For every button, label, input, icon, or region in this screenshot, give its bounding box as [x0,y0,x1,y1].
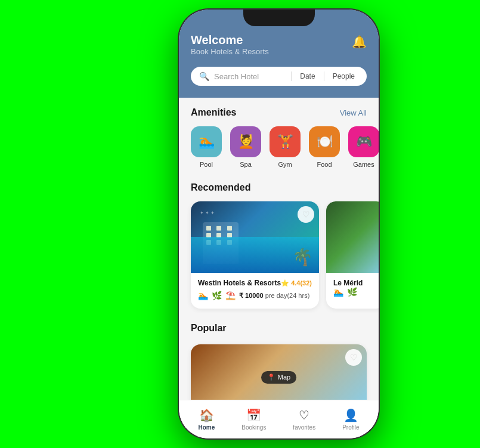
westin-pool-icon: 🏊 [198,291,208,300]
profile-icon: 👤 [343,408,358,422]
nav-profile[interactable]: 👤 Profile [342,408,359,431]
spa-label: Spa [240,161,252,168]
amenities-row: 🏊 Pool 💆 Spa 🏋️ Gym [191,126,367,168]
search-hotel-input[interactable]: Search Hotel [214,72,286,81]
main-content: Amenities View All 🏊 Pool 💆 Spa [179,98,379,438]
header-subtitle: Book Hotels & Resorts [191,47,269,56]
amenities-view-all[interactable]: View All [340,108,367,117]
hotel-image-westin: ✦ ✦ ✦ 🌴 ♡ [191,201,319,273]
pool-label: Pool [200,161,213,168]
games-icon: 🎮 [356,134,372,150]
amenities-section: Amenities View All 🏊 Pool 💆 Spa [179,98,379,173]
westin-rating: ⭐ 4.4(32) [281,279,312,287]
hotel-card-meriden[interactable]: Le Mérid 🏊 🌿 [326,201,379,309]
games-icon-bg: 🎮 [348,126,379,157]
pool-icon-bg: 🏊 [191,126,222,157]
spa-icon-bg: 💆 [230,126,261,157]
pool-icon: 🏊 [199,134,215,150]
recommended-section-header: Recomended [179,173,379,193]
amenity-games[interactable]: 🎮 Games [348,126,379,168]
meriden-spa-icon: 🌿 [347,287,357,297]
gym-label: Gym [278,161,292,168]
welcome-title: Welcome [191,33,269,47]
search-divider [291,71,292,81]
games-label: Games [353,161,374,168]
westin-price: ₹ 10000 pre day(24 hrs) [239,292,309,300]
phone-frame: Welcome Book Hotels & Resorts 🔔 🔍 Search… [179,10,379,438]
phone-screen: Welcome Book Hotels & Resorts 🔔 🔍 Search… [179,10,379,438]
nav-home[interactable]: 🏠 Home [198,408,215,431]
meriden-name: Le Mérid [333,279,379,287]
westin-beach-icon: ⛱️ [225,291,236,300]
search-icon: 🔍 [199,71,209,81]
westin-name-row: Westin Hotels & Resorts ⭐ 4.4(32) [198,279,312,287]
popular-section-header: Popular [179,313,379,344]
nav-favorites[interactable]: ♡ favorites [293,408,315,431]
popular-header: Popular [191,323,367,334]
meriden-pool-icon: 🏊 [333,287,343,297]
amenity-spa[interactable]: 💆 Spa [230,126,261,168]
search-divider2 [324,71,324,81]
food-label: Food [317,161,332,168]
gym-icon: 🏋️ [277,134,293,150]
map-badge[interactable]: 📍 Map [261,371,296,384]
search-bar[interactable]: 🔍 Search Hotel Date People [191,67,367,86]
westin-heart-button[interactable]: ♡ [298,206,314,223]
star-icon: ⭐ [281,279,289,287]
westin-spa-icon: 🌿 [212,291,222,300]
westin-rating-value: 4.4(32) [291,279,312,287]
amenity-pool[interactable]: 🏊 Pool [191,126,222,168]
food-icon-bg: 🍽️ [309,126,340,157]
hotel-bg-2 [326,201,379,273]
map-label: Map [278,374,290,381]
amenity-food[interactable]: 🍽️ Food [309,126,340,168]
meriden-amenities: 🏊 🌿 [333,287,379,297]
bookings-icon: 📅 [246,408,261,422]
spa-icon: 💆 [238,134,254,150]
map-pin-icon: 📍 [267,374,275,381]
westin-name: Westin Hotels & Resorts [198,279,281,287]
recommended-title: Recomended [191,182,250,193]
westin-amenities: 🏊 🌿 ⛱️ ₹ 10000 pre day(24 hrs) [198,291,312,300]
recommended-scroll: ✦ ✦ ✦ 🌴 ♡ [179,201,379,313]
search-date[interactable]: Date [296,72,318,80]
gym-icon-bg: 🏋️ [270,126,301,157]
popular-heart-button[interactable]: ♡ [345,349,362,366]
amenities-header: Amenities View All [191,107,367,118]
stars-decor: ✦ ✦ ✦ [200,210,215,216]
home-label: Home [198,424,215,431]
palm-icon: 🌴 [292,247,313,267]
nav-bookings[interactable]: 📅 Bookings [241,408,266,431]
profile-label: Profile [342,424,359,431]
food-icon: 🍽️ [317,134,333,150]
hotel-image-meriden [326,201,379,273]
bell-icon[interactable]: 🔔 [352,35,367,49]
bookings-label: Bookings [241,424,266,431]
hotel-info-meriden: Le Mérid 🏊 🌿 [326,273,379,305]
favorites-icon: ♡ [299,408,309,422]
hotel-card-westin[interactable]: ✦ ✦ ✦ 🌴 ♡ [191,201,319,309]
popular-title: Popular [191,323,227,334]
phone-notch [243,10,315,26]
search-people[interactable]: People [329,72,358,80]
home-icon: 🏠 [199,408,214,422]
hotel-info-westin: Westin Hotels & Resorts ⭐ 4.4(32) 🏊 🌿 ⛱️… [191,273,319,309]
amenities-title: Amenities [191,107,236,118]
amenity-gym[interactable]: 🏋️ Gym [270,126,301,168]
favorites-label: favorites [293,424,315,431]
recommended-header: Recomended [191,182,367,193]
bottom-nav: 🏠 Home 📅 Bookings ♡ favorites 👤 Profile [179,400,379,438]
